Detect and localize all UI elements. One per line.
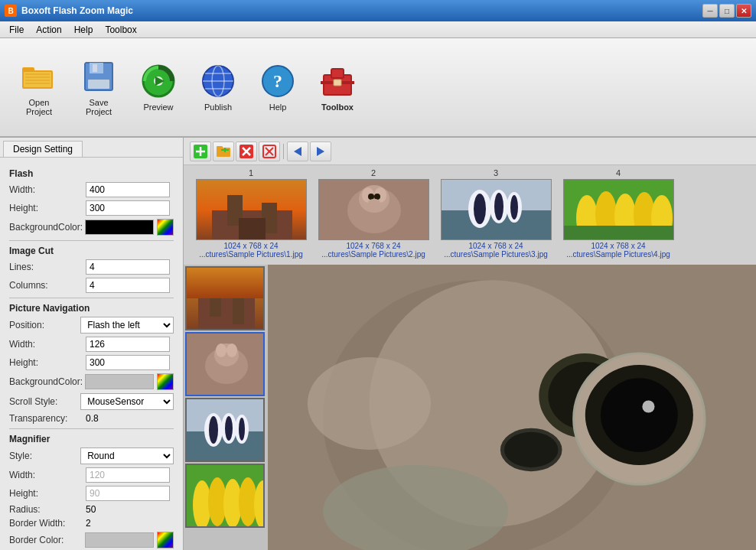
svg-point-82: [225, 416, 233, 441]
menu-action[interactable]: Action: [30, 23, 67, 37]
move-right-button[interactable]: [310, 142, 331, 161]
svg-rect-71: [187, 268, 265, 298]
thumb-num-3: 3: [494, 168, 498, 177]
thumb-cell-3: 3 1024 x 768 x 24: [435, 165, 557, 265]
strip-thumb-3[interactable]: [185, 398, 265, 462]
flash-bg-row: BackgroundColor:: [9, 219, 174, 236]
menu-file[interactable]: File: [3, 23, 30, 37]
svg-point-49: [368, 194, 374, 200]
strip-thumb-2[interactable]: [185, 332, 265, 396]
thumb-img-3[interactable]: [441, 179, 552, 240]
thumb-img-1[interactable]: [196, 179, 307, 240]
menu-bar: File Action Help Toolbox: [0, 21, 756, 38]
svg-marker-38: [317, 147, 324, 156]
mag-border-color-picker[interactable]: [157, 532, 174, 548]
left-panel: Design Setting Flash Width: Height: Back…: [0, 138, 184, 550]
strip-thumb-1[interactable]: [185, 266, 265, 330]
toolbox-button[interactable]: Toolbox: [311, 49, 364, 125]
svg-point-50: [374, 194, 380, 200]
svg-rect-43: [239, 218, 266, 240]
open-project-button[interactable]: Open Project: [12, 49, 66, 125]
mag-radius-label: Radius:: [9, 504, 86, 515]
mag-width-label: Width:: [9, 470, 86, 480]
thumb-img-4[interactable]: [563, 179, 674, 240]
main-preview[interactable]: [268, 265, 756, 550]
thumb-info-4: 1024 x 768 x 24: [591, 242, 645, 250]
divider-3: [9, 428, 174, 429]
nav-bg-color-box[interactable]: [85, 374, 154, 389]
svg-point-76: [226, 343, 237, 357]
clear-images-button[interactable]: [259, 142, 280, 161]
nav-width-label: Width:: [9, 339, 86, 350]
thumb-path-4: ...ctures\Sample Pictures\4.jpg: [563, 250, 674, 259]
title-controls: ─ □ ✕: [702, 4, 751, 18]
thumb-num-4: 4: [616, 168, 621, 177]
mag-border-width-value: 2: [86, 518, 174, 529]
flash-bg-label: BackgroundColor:: [9, 222, 85, 233]
cut-columns-input[interactable]: [86, 278, 170, 293]
svg-point-59: [510, 195, 518, 220]
delete-image-button[interactable]: [236, 142, 257, 161]
cut-lines-input[interactable]: [86, 259, 170, 275]
nav-position-select[interactable]: Flash the left Flash the right Flash the…: [80, 317, 174, 334]
thumb-info-3: 1024 x 768 x 24: [468, 242, 523, 250]
toolbox-label: Toolbox: [321, 103, 354, 112]
mag-border-width-label: Border Width:: [9, 518, 86, 529]
svg-rect-68: [198, 298, 255, 330]
flash-height-input[interactable]: [86, 200, 170, 216]
cut-columns-row: Columns:: [9, 278, 174, 293]
cut-lines-label: Lines:: [9, 262, 86, 272]
nav-bg-color-picker[interactable]: [157, 373, 174, 390]
mag-height-input[interactable]: [86, 486, 170, 501]
preview-area: [184, 265, 756, 550]
main-area: Design Setting Flash Width: Height: Back…: [0, 138, 756, 550]
svg-marker-37: [294, 147, 301, 156]
mag-style-select[interactable]: Round Square Rectangle: [80, 447, 174, 464]
nav-width-input[interactable]: [86, 337, 170, 352]
flash-width-input[interactable]: [86, 182, 170, 197]
maximize-button[interactable]: □: [719, 4, 735, 18]
save-icon: [80, 58, 117, 95]
thumbnail-row: 1: [184, 165, 756, 265]
scroll-style-select[interactable]: MouseSensor Auto Manual: [80, 393, 174, 410]
flash-width-label: Width:: [9, 184, 86, 195]
design-setting-tab[interactable]: Design Setting: [3, 141, 83, 157]
nav-bg-color-row: [85, 373, 174, 390]
move-left-button[interactable]: [287, 142, 308, 161]
nav-transparency-value: 0.8: [86, 413, 174, 424]
flash-height-row: Height:: [9, 200, 174, 216]
toolbar: Open Project Save Project Preview: [0, 38, 756, 138]
nav-height-input[interactable]: [86, 355, 170, 370]
nav-height-label: Height:: [9, 357, 86, 368]
thumb-path-3: ...ctures\Sample Pictures\3.jpg: [441, 250, 552, 259]
close-button[interactable]: ✕: [736, 4, 751, 18]
svg-point-57: [494, 193, 503, 220]
window-title: Boxoft Flash Zoom Magic: [21, 5, 133, 16]
help-button[interactable]: ? Help: [251, 49, 305, 125]
flash-bg-color-box[interactable]: [85, 220, 154, 235]
strip-thumb-4[interactable]: [185, 464, 265, 528]
menu-help[interactable]: Help: [68, 23, 99, 37]
thumb-img-2[interactable]: [318, 179, 429, 240]
add-folder-button[interactable]: [213, 142, 234, 161]
preview-button[interactable]: Preview: [132, 49, 185, 125]
svg-point-55: [474, 194, 486, 224]
save-project-button[interactable]: Save Project: [72, 49, 125, 125]
mag-width-input[interactable]: [86, 467, 170, 483]
flash-height-label: Height:: [9, 203, 86, 213]
nav-transparency-label: Transparency:: [9, 413, 86, 424]
folder-open-icon: [21, 58, 57, 95]
thumb-cell-4: 4 1024 x 768 x 24 ...ctures: [557, 165, 679, 265]
mag-style-label: Style:: [9, 451, 80, 461]
mag-border-color-box[interactable]: [85, 532, 154, 548]
flash-bg-color-picker[interactable]: [157, 219, 174, 236]
minimize-button[interactable]: ─: [702, 4, 718, 18]
flash-section-title: Flash: [9, 168, 174, 179]
svg-point-99: [504, 432, 559, 467]
publish-button[interactable]: Publish: [191, 49, 245, 125]
mag-style-row: Style: Round Square Rectangle: [9, 447, 174, 464]
thumb-cell-2: 2 1024 x 768 x 24: [312, 165, 435, 265]
menu-toolbox[interactable]: Toolbox: [99, 23, 142, 37]
add-image-button[interactable]: [190, 142, 211, 161]
mag-border-color-row: Border Color:: [9, 532, 174, 548]
